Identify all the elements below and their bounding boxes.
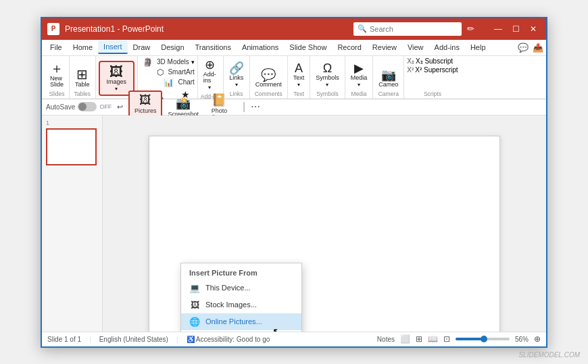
slides-group-label: Slides: [47, 89, 66, 99]
images-icon: 🖼: [109, 65, 123, 78]
reading-view-icon[interactable]: 📖: [428, 334, 438, 344]
menu-animations[interactable]: Animations: [237, 41, 284, 53]
ribbon-group-tables: ⊞ Table Tables: [70, 56, 96, 99]
online-pictures-icon: 🌐: [189, 317, 200, 327]
fit-slide-icon[interactable]: ⊕: [534, 334, 541, 344]
comment-ribbon-icon: 💬: [261, 69, 276, 81]
edit-icon[interactable]: ✏: [467, 24, 474, 34]
menu-slideshow[interactable]: Slide Show: [284, 41, 332, 53]
subscript-icon: X₂: [407, 57, 414, 65]
3d-models-button[interactable]: 🗿: [141, 57, 155, 67]
addins-button[interactable]: ⊕ Add-ins ▾: [201, 57, 219, 92]
smartart-button[interactable]: ⬡: [155, 68, 166, 77]
subscript-button[interactable]: X₂ X₂ Subscript: [407, 57, 453, 65]
app-logo: P: [47, 23, 59, 35]
stock-images-item[interactable]: 🖼 Stock Images...: [181, 296, 301, 313]
photo-album-icon: 📔: [212, 93, 226, 107]
autosave-off: OFF: [99, 103, 112, 110]
zoom-slider[interactable]: [456, 338, 510, 340]
watermark: SLIDEMODEL.COM: [518, 351, 580, 359]
presenter-view-icon[interactable]: ⊡: [443, 334, 450, 344]
zoom-level: 56%: [515, 336, 529, 343]
menu-view[interactable]: View: [402, 41, 429, 53]
comment-button[interactable]: 💬 Comment: [253, 68, 285, 89]
menu-review[interactable]: Review: [367, 41, 402, 53]
table-button[interactable]: ⊞ Table: [72, 66, 93, 89]
zoom-fill: [456, 338, 483, 340]
share-icon[interactable]: 📤: [533, 43, 543, 53]
3d-models-icon: 🗿: [143, 58, 153, 66]
comments-group-label: Comments: [253, 89, 285, 99]
quick-access-toolbar: AutoSave OFF ↩ 🖼 Pictures ▾ 📸 Screenshot…: [42, 99, 546, 115]
notes-button[interactable]: Notes: [377, 336, 395, 343]
table-icon: ⊞: [76, 68, 88, 81]
text-icon: A: [295, 62, 303, 74]
new-slide-button[interactable]: ＋ NewSlide: [47, 60, 66, 89]
more-options-icon[interactable]: ⋯: [251, 101, 260, 112]
screenshot-icon: 📸: [176, 96, 191, 111]
menu-help[interactable]: Help: [465, 41, 491, 53]
cameo-icon: 📷: [381, 69, 396, 81]
scripts-group-label: Scripts: [407, 89, 458, 99]
close-button[interactable]: ✕: [526, 23, 541, 35]
search-bar[interactable]: 🔍: [353, 22, 462, 36]
slides-buttons: ＋ NewSlide: [47, 57, 66, 89]
slide-number: 1: [46, 120, 98, 126]
separator: |: [243, 101, 245, 113]
chart-button[interactable]: 📊: [162, 78, 176, 87]
device-icon: 💻: [189, 283, 200, 293]
window-controls: — ☐ ✕: [491, 23, 541, 35]
symbols-icon: Ω: [323, 62, 332, 74]
symbols-button[interactable]: Ω Symbols ▾: [313, 61, 342, 89]
new-slide-icon: ＋: [50, 61, 64, 75]
slide-info: Slide 1 of 1: [47, 336, 81, 343]
menu-insert[interactable]: Insert: [98, 41, 128, 54]
accessibility-status: ♿ Accessibility: Good to go: [187, 336, 270, 343]
slide-sorter-icon[interactable]: ⊞: [416, 334, 422, 344]
undo-icon[interactable]: ↩: [117, 103, 123, 111]
language-status: English (United States): [99, 336, 168, 343]
text-group-label: Text: [291, 89, 308, 99]
ribbon-group-scripts: X₂ X₂ Subscript X² X² Superscript Script…: [404, 56, 460, 99]
menu-addins[interactable]: Add-ins: [429, 41, 465, 53]
window-title: Presentation1 - PowerPoint: [65, 24, 348, 34]
insert-picture-dropdown: Insert Picture From 💻 This Device... 🖼 S…: [180, 263, 302, 332]
links-icon: 🔗: [229, 62, 244, 74]
autosave-label: AutoSave: [46, 103, 75, 111]
ribbon-group-slides: ＋ NewSlide Slides: [45, 56, 70, 99]
media-button[interactable]: ▶ Media ▾: [348, 61, 370, 89]
content-area: Insert Picture From 💻 This Device... 🖼 S…: [103, 115, 546, 332]
comment-icon[interactable]: 💬: [518, 43, 529, 53]
menu-record[interactable]: Record: [332, 41, 366, 53]
slide-thumbnail[interactable]: [46, 128, 97, 165]
menu-transitions[interactable]: Transitions: [190, 41, 237, 53]
camera-group-label: Camera: [376, 89, 401, 99]
minimize-button[interactable]: —: [491, 23, 506, 35]
menu-file[interactable]: File: [45, 41, 68, 53]
status-right: Notes ⬜ ⊞ 📖 ⊡ 56% ⊕: [377, 334, 541, 344]
chart-icon: 📊: [164, 78, 174, 86]
maximize-button[interactable]: ☐: [508, 23, 523, 35]
cameo-button[interactable]: 📷 Cameo: [376, 68, 401, 89]
title-icons: ✏: [467, 24, 474, 34]
superscript-icon: X²: [407, 66, 414, 74]
ribbon-group-media: ▶ Media ▾ Media: [345, 56, 374, 99]
menu-design[interactable]: Design: [155, 41, 189, 53]
normal-view-icon[interactable]: ⬜: [400, 334, 410, 344]
menu-home[interactable]: Home: [68, 41, 98, 53]
superscript-button[interactable]: X² X² Superscript: [407, 66, 458, 74]
status-bar: Slide 1 of 1 | English (United States) |…: [42, 332, 546, 346]
main-area: 1 Insert Picture From 💻 This Device... 🖼…: [42, 115, 546, 332]
text-button[interactable]: A Text ▾: [291, 61, 308, 89]
smartart-icon: ⬡: [157, 68, 164, 76]
links-button[interactable]: 🔗 Links ▾: [226, 61, 247, 89]
online-pictures-item[interactable]: 🌐 Online Pictures...: [181, 313, 301, 330]
dropdown-header: Insert Picture From: [181, 266, 301, 280]
ribbon-group-symbols: Ω Symbols ▾ Symbols: [310, 56, 345, 99]
search-input[interactable]: [370, 25, 458, 33]
slide-panel: 1: [42, 115, 103, 332]
ribbon-group-camera: 📷 Cameo Camera: [373, 56, 404, 99]
autosave-toggle[interactable]: [78, 102, 97, 111]
this-device-item[interactable]: 💻 This Device...: [181, 280, 301, 296]
menu-draw[interactable]: Draw: [128, 41, 156, 53]
